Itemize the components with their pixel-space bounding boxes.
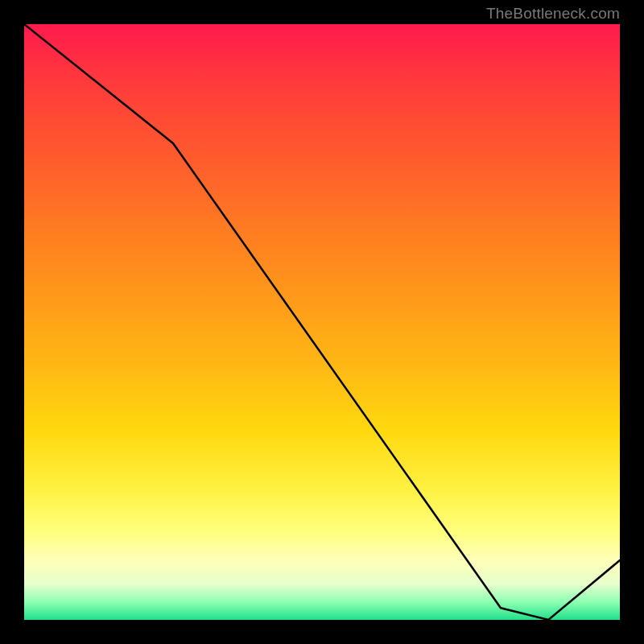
watermark-label: TheBottleneck.com — [486, 5, 620, 23]
chart-frame: TheBottleneck.com — [0, 0, 644, 644]
bottleneck-curve — [24, 24, 620, 620]
plot-area — [24, 24, 620, 620]
